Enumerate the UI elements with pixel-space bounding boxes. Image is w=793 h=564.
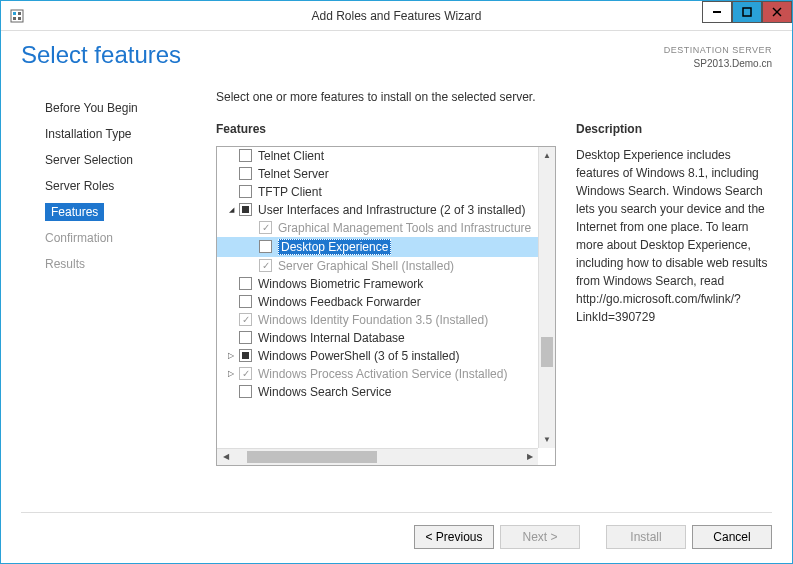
maximize-button[interactable] bbox=[732, 1, 762, 23]
expander-spacer bbox=[225, 150, 237, 162]
svg-rect-3 bbox=[13, 17, 16, 20]
svg-rect-2 bbox=[18, 12, 21, 15]
tree-item-label: Desktop Experience bbox=[278, 239, 391, 255]
svg-rect-6 bbox=[743, 8, 751, 16]
expander-spacer bbox=[225, 168, 237, 180]
scroll-left-arrow[interactable]: ◀ bbox=[217, 449, 234, 465]
checkbox[interactable] bbox=[239, 295, 252, 308]
tree-item-label: Windows Identity Foundation 3.5 (Install… bbox=[258, 313, 488, 327]
scroll-down-arrow[interactable]: ▼ bbox=[539, 431, 555, 448]
tree-item-label: Windows Feedback Forwarder bbox=[258, 295, 421, 309]
window-controls bbox=[702, 1, 792, 23]
tree-item-label: Graphical Management Tools and Infrastru… bbox=[278, 221, 531, 235]
expander-spacer bbox=[245, 241, 257, 253]
expander-icon[interactable]: ▷ bbox=[225, 368, 237, 380]
features-tree[interactable]: Telnet ClientTelnet ServerTFTP Client◢Us… bbox=[216, 146, 556, 466]
destination-server-block: DESTINATION SERVER SP2013.Demo.cn bbox=[664, 45, 772, 70]
tree-item-label: Telnet Server bbox=[258, 167, 329, 181]
wizard-footer: < Previous Next > Install Cancel bbox=[414, 525, 772, 549]
tree-item[interactable]: TFTP Client bbox=[217, 183, 538, 201]
window-title: Add Roles and Features Wizard bbox=[1, 9, 792, 23]
checkbox[interactable] bbox=[239, 277, 252, 290]
tree-item[interactable]: Graphical Management Tools and Infrastru… bbox=[217, 219, 538, 237]
checkbox bbox=[259, 221, 272, 234]
titlebar: Add Roles and Features Wizard bbox=[1, 1, 792, 31]
checkbox[interactable] bbox=[239, 167, 252, 180]
checkbox bbox=[239, 367, 252, 380]
expander-spacer bbox=[225, 296, 237, 308]
expander-spacer bbox=[225, 278, 237, 290]
tree-item-label: Server Graphical Shell (Installed) bbox=[278, 259, 454, 273]
next-button[interactable]: Next > bbox=[500, 525, 580, 549]
vertical-scrollbar[interactable]: ▲ ▼ bbox=[538, 147, 555, 448]
checkbox bbox=[259, 259, 272, 272]
tree-item-label: Windows PowerShell (3 of 5 installed) bbox=[258, 349, 459, 363]
checkbox[interactable] bbox=[239, 203, 252, 216]
expander-spacer bbox=[225, 386, 237, 398]
checkbox[interactable] bbox=[239, 349, 252, 362]
checkbox bbox=[239, 313, 252, 326]
sidebar-item-installation-type[interactable]: Installation Type bbox=[21, 121, 216, 147]
sidebar-item-label: Features bbox=[45, 203, 104, 221]
features-heading: Features bbox=[216, 122, 556, 136]
install-button[interactable]: Install bbox=[606, 525, 686, 549]
tree-item[interactable]: Windows Biometric Framework bbox=[217, 275, 538, 293]
tree-item-label: Windows Process Activation Service (Inst… bbox=[258, 367, 507, 381]
wizard-sidebar: Before You BeginInstallation TypeServer … bbox=[21, 90, 216, 480]
expander-spacer bbox=[245, 222, 257, 234]
sidebar-item-before-you-begin[interactable]: Before You Begin bbox=[21, 95, 216, 121]
minimize-button[interactable] bbox=[702, 1, 732, 23]
cancel-button[interactable]: Cancel bbox=[692, 525, 772, 549]
tree-item[interactable]: ◢User Interfaces and Infrastructure (2 o… bbox=[217, 201, 538, 219]
expander-spacer bbox=[225, 186, 237, 198]
tree-item-label: Windows Biometric Framework bbox=[258, 277, 423, 291]
description-text: Desktop Experience includes features of … bbox=[576, 146, 772, 326]
scroll-thumb-h[interactable] bbox=[247, 451, 377, 463]
expander-spacer bbox=[225, 332, 237, 344]
previous-button[interactable]: < Previous bbox=[414, 525, 494, 549]
checkbox[interactable] bbox=[239, 149, 252, 162]
destination-label: DESTINATION SERVER bbox=[664, 45, 772, 57]
scroll-up-arrow[interactable]: ▲ bbox=[539, 147, 555, 164]
tree-item[interactable]: Windows Feedback Forwarder bbox=[217, 293, 538, 311]
tree-item[interactable]: ▷Windows Process Activation Service (Ins… bbox=[217, 365, 538, 383]
tree-item[interactable]: Telnet Server bbox=[217, 165, 538, 183]
tree-item[interactable]: ▷Windows PowerShell (3 of 5 installed) bbox=[217, 347, 538, 365]
tree-item-label: Windows Internal Database bbox=[258, 331, 405, 345]
tree-item[interactable]: Telnet Client bbox=[217, 147, 538, 165]
svg-rect-4 bbox=[18, 17, 21, 20]
horizontal-scrollbar[interactable]: ◀ ▶ bbox=[217, 448, 538, 465]
expander-icon[interactable]: ▷ bbox=[225, 350, 237, 362]
expander-icon[interactable]: ◢ bbox=[225, 204, 237, 216]
sidebar-item-results: Results bbox=[21, 251, 216, 277]
tree-item-label: Telnet Client bbox=[258, 149, 324, 163]
page-title: Select features bbox=[21, 41, 181, 69]
tree-item[interactable]: Windows Search Service bbox=[217, 383, 538, 401]
expander-spacer bbox=[225, 314, 237, 326]
app-icon bbox=[9, 8, 25, 24]
destination-server: SP2013.Demo.cn bbox=[664, 57, 772, 70]
tree-item-label: User Interfaces and Infrastructure (2 of… bbox=[258, 203, 525, 217]
sidebar-item-server-roles[interactable]: Server Roles bbox=[21, 173, 216, 199]
tree-item-label: TFTP Client bbox=[258, 185, 322, 199]
checkbox[interactable] bbox=[239, 331, 252, 344]
sidebar-item-features[interactable]: Features bbox=[21, 199, 216, 225]
svg-rect-0 bbox=[11, 10, 23, 22]
scroll-right-arrow[interactable]: ▶ bbox=[521, 449, 538, 465]
checkbox[interactable] bbox=[239, 185, 252, 198]
separator bbox=[21, 512, 772, 513]
tree-item[interactable]: Windows Identity Foundation 3.5 (Install… bbox=[217, 311, 538, 329]
sidebar-item-server-selection[interactable]: Server Selection bbox=[21, 147, 216, 173]
tree-item[interactable]: Windows Internal Database bbox=[217, 329, 538, 347]
svg-rect-1 bbox=[13, 12, 16, 15]
tree-item[interactable]: Server Graphical Shell (Installed) bbox=[217, 257, 538, 275]
tree-item[interactable]: Desktop Experience bbox=[217, 237, 538, 257]
instruction-text: Select one or more features to install o… bbox=[216, 90, 556, 104]
expander-spacer bbox=[245, 260, 257, 272]
checkbox[interactable] bbox=[239, 385, 252, 398]
description-heading: Description bbox=[576, 122, 772, 136]
scroll-thumb[interactable] bbox=[541, 337, 553, 367]
close-button[interactable] bbox=[762, 1, 792, 23]
checkbox[interactable] bbox=[259, 240, 272, 253]
tree-item-label: Windows Search Service bbox=[258, 385, 391, 399]
